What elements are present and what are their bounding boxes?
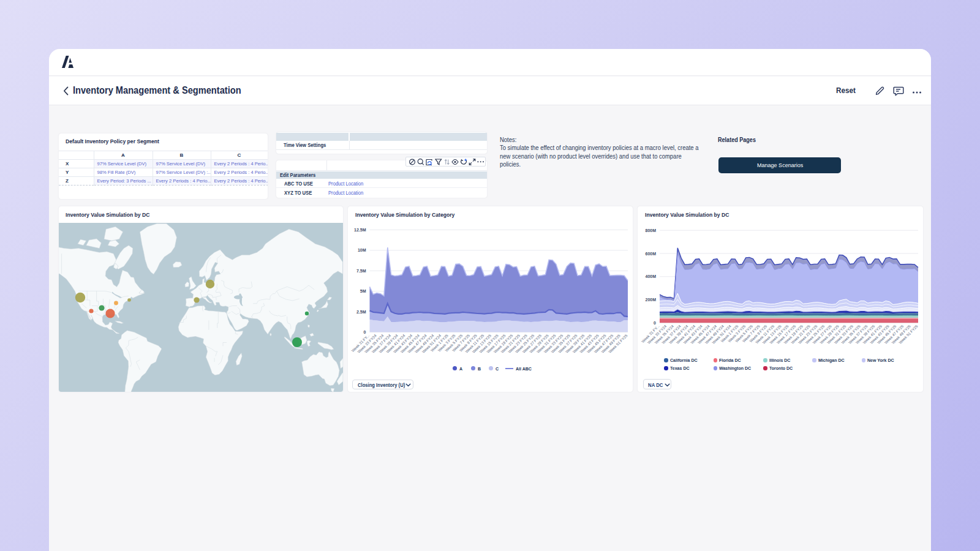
svg-text:5M: 5M bbox=[360, 289, 366, 293]
svg-text:600M: 600M bbox=[645, 252, 656, 256]
svg-text:12.5M: 12.5M bbox=[354, 228, 366, 232]
svg-text:200M: 200M bbox=[645, 298, 656, 302]
svg-text:2.5M: 2.5M bbox=[356, 310, 366, 314]
svg-text:7.5M: 7.5M bbox=[356, 269, 366, 273]
svg-text:0: 0 bbox=[364, 330, 366, 334]
svg-text:10M: 10M bbox=[358, 248, 366, 252]
svg-text:400M: 400M bbox=[645, 274, 656, 279]
svg-text:0: 0 bbox=[654, 321, 656, 325]
svg-text:800M: 800M bbox=[645, 228, 656, 233]
